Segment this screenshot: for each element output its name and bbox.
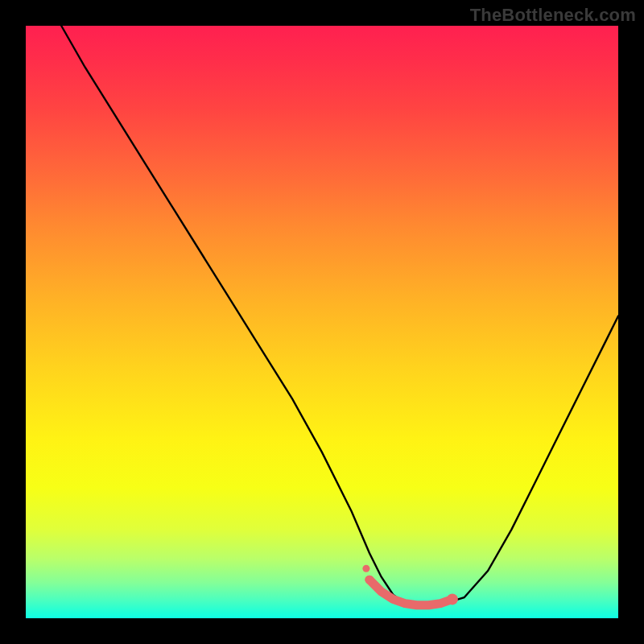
marker-dot — [447, 593, 458, 605]
marker-dot — [365, 576, 374, 584]
chart-frame: TheBottleneck.com — [0, 0, 644, 644]
marker-dot-detached — [362, 565, 369, 572]
bottleneck-curve — [61, 26, 618, 606]
highlight-markers — [362, 565, 458, 605]
marker-connector — [369, 580, 452, 605]
watermark-text: TheBottleneck.com — [470, 5, 636, 26]
plot-area — [26, 26, 618, 618]
curve-svg — [26, 26, 618, 618]
